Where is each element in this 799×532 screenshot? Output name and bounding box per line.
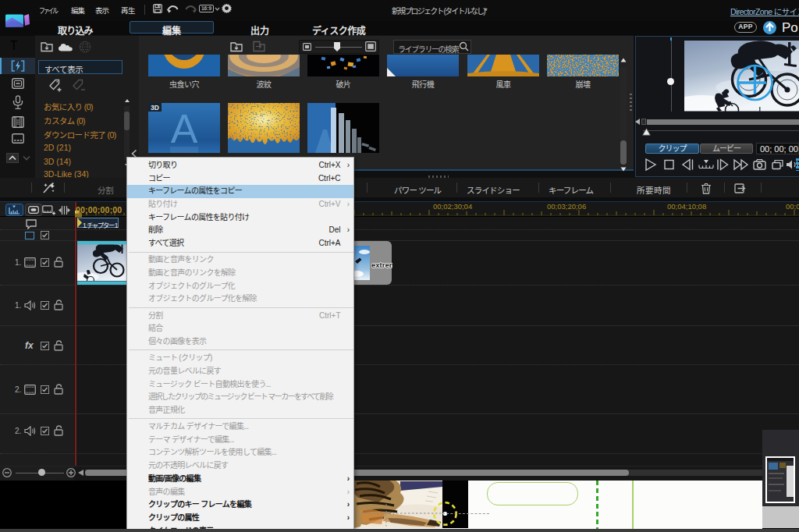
svg-text:A: A [171, 106, 198, 151]
svg-text:3D: 3D [151, 104, 159, 112]
